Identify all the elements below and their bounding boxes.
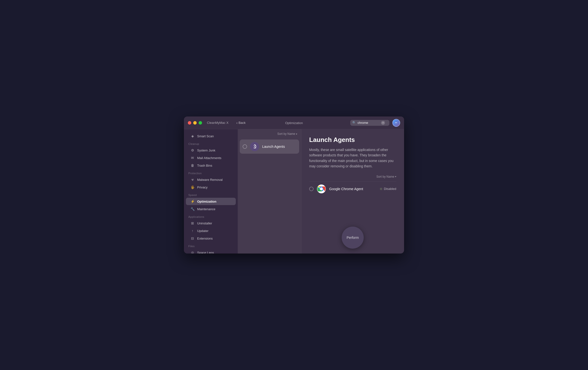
smart-scan-icon: ◈ (190, 134, 195, 138)
protection-section-label: Protection (184, 169, 238, 176)
middle-sort-arrow-icon: ▾ (296, 133, 297, 135)
detail-sort-button[interactable]: Sort by Name ▾ (376, 175, 396, 178)
applications-section-label: Applications (184, 213, 238, 219)
search-icon: 🔍 (352, 121, 356, 125)
search-bar[interactable]: 🔍 ✕ (350, 120, 389, 126)
extensions-label: Extensions (197, 237, 213, 240)
sidebar-item-updater[interactable]: ↑ Updater (186, 227, 236, 234)
detail-sort-label: Sort by Name (376, 175, 394, 178)
avatar-button[interactable]: •• (392, 119, 400, 127)
launch-agents-icon (250, 142, 259, 151)
back-button[interactable]: ‹ Back (236, 121, 246, 125)
titlebar: CleanMyMac X ‹ Back Optimization 🔍 ✕ •• (184, 116, 404, 129)
detail-sort-arrow-icon: ▾ (395, 175, 396, 178)
middle-list: Launch Agents (238, 139, 301, 254)
svg-point-0 (254, 146, 255, 147)
chrome-agent-radio[interactable] (309, 187, 314, 191)
updater-icon: ↑ (190, 229, 195, 233)
mail-attachments-icon: ✉ (190, 156, 195, 160)
back-label: Back (238, 121, 246, 125)
status-badge: Disabled (380, 187, 396, 191)
sidebar-item-maintenance[interactable]: 🔧 Maintenance (186, 205, 236, 213)
close-button[interactable] (188, 121, 191, 125)
middle-sort-label: Sort by Name (277, 132, 295, 136)
sidebar: ◈ Smart Scan Cleanup ⚙ System Junk ✉ Mai… (184, 129, 238, 254)
space-lens-label: Space Lens (197, 251, 214, 254)
nav-area: ‹ Back (236, 121, 246, 125)
system-junk-icon: ⚙ (190, 148, 195, 152)
malware-removal-label: Malware Removal (197, 178, 223, 182)
avatar-icon: •• (395, 121, 397, 124)
sidebar-item-trash-bins[interactable]: 🗑 Trash Bins (186, 162, 236, 169)
malware-removal-icon: ☣ (190, 178, 195, 182)
sidebar-item-mail-attachments[interactable]: ✉ Mail Attachments (186, 154, 236, 162)
list-item-launch-agents[interactable]: Launch Agents (240, 139, 299, 154)
minimize-button[interactable] (193, 121, 197, 125)
middle-panel: Sort by Name ▾ Launch Agents (238, 129, 301, 254)
search-clear-button[interactable]: ✕ (381, 121, 385, 125)
perform-button-wrapper: Perform (342, 227, 364, 249)
detail-title: Launch Agents (309, 136, 396, 144)
sidebar-item-smart-scan[interactable]: ◈ Smart Scan (186, 132, 236, 140)
app-name-label: CleanMyMac X (207, 121, 228, 125)
privacy-label: Privacy (197, 185, 208, 189)
detail-item-chrome-agent: Google Chrome Agent Disabled (309, 181, 396, 196)
sidebar-item-system-junk[interactable]: ⚙ System Junk (186, 147, 236, 154)
search-input[interactable] (358, 121, 380, 125)
maintenance-label: Maintenance (197, 207, 215, 211)
titlebar-center: Optimization (285, 116, 303, 129)
privacy-icon: 🖐 (190, 185, 195, 189)
launch-agents-name: Launch Agents (262, 145, 285, 149)
uninstaller-icon: ⊞ (190, 221, 195, 225)
sidebar-item-optimization[interactable]: ⚡ Optimization (186, 198, 236, 205)
launch-agents-radio[interactable] (243, 144, 247, 149)
chrome-agent-name: Google Chrome Agent (329, 187, 376, 191)
trash-bins-icon: 🗑 (190, 163, 195, 167)
main-content: ◈ Smart Scan Cleanup ⚙ System Junk ✉ Mai… (184, 129, 404, 254)
detail-sort-bar: Sort by Name ▾ (309, 175, 396, 178)
rocket-icon (252, 144, 257, 149)
optimization-icon: ⚡ (190, 199, 195, 203)
cleanup-section-label: Cleanup (184, 140, 238, 146)
back-chevron-icon: ‹ (236, 121, 237, 125)
center-section-label: Optimization (285, 121, 303, 125)
svg-point-3 (320, 187, 323, 190)
app-window: CleanMyMac X ‹ Back Optimization 🔍 ✕ •• (184, 116, 404, 254)
trash-bins-label: Trash Bins (197, 164, 212, 167)
perform-button[interactable]: Perform (342, 227, 364, 249)
extensions-icon: ⊟ (190, 236, 195, 240)
middle-sort-button[interactable]: Sort by Name ▾ (277, 132, 297, 136)
sidebar-item-malware-removal[interactable]: ☣ Malware Removal (186, 176, 236, 183)
status-dot-icon (380, 188, 382, 190)
sidebar-item-space-lens[interactable]: ◎ Space Lens (186, 249, 236, 254)
optimization-label: Optimization (197, 200, 216, 203)
chrome-browser-icon (317, 185, 326, 193)
status-label: Disabled (384, 187, 396, 191)
detail-description: Mostly, these are small satellite applic… (309, 147, 396, 169)
sidebar-item-extensions[interactable]: ⊟ Extensions (186, 235, 236, 242)
sidebar-item-privacy[interactable]: 🖐 Privacy (186, 184, 236, 191)
files-section-label: Files (184, 242, 238, 249)
speed-section-label: Speed (184, 191, 238, 197)
system-junk-label: System Junk (197, 149, 215, 152)
space-lens-icon: ◎ (190, 251, 195, 254)
middle-sort-bar: Sort by Name ▾ (238, 129, 301, 139)
smart-scan-label: Smart Scan (197, 134, 214, 138)
uninstaller-label: Uninstaller (197, 221, 212, 225)
titlebar-right: 🔍 ✕ •• (350, 119, 400, 127)
maximize-button[interactable] (199, 121, 202, 125)
mail-attachments-label: Mail Attachments (197, 156, 221, 160)
updater-label: Updater (197, 229, 208, 233)
maintenance-icon: 🔧 (190, 207, 195, 211)
detail-panel: Launch Agents Mostly, these are small sa… (301, 129, 404, 254)
traffic-lights (188, 121, 202, 125)
sidebar-item-uninstaller[interactable]: ⊞ Uninstaller (186, 220, 236, 227)
